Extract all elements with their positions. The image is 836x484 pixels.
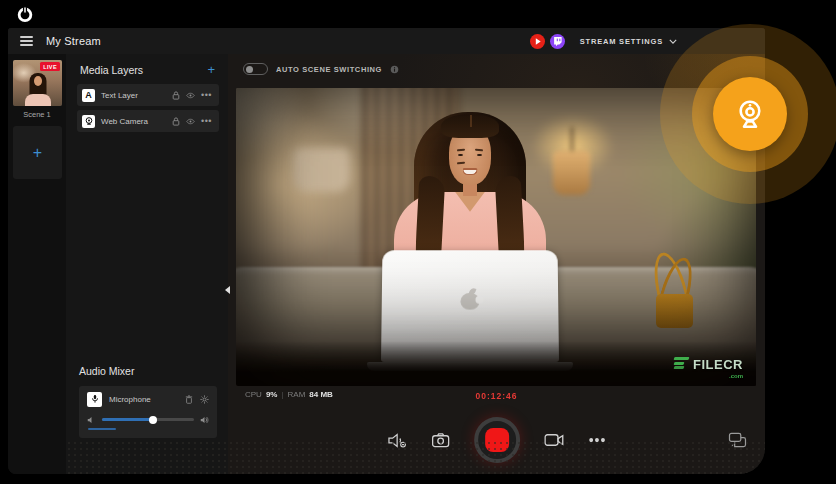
microphone-card: Microphone xyxy=(79,386,217,439)
add-scene-button[interactable]: + xyxy=(13,126,62,179)
webcam-highlight-ring-inner xyxy=(692,56,808,172)
app-logo-power-icon xyxy=(15,4,35,24)
mic-volume-slider[interactable] xyxy=(102,418,194,421)
layer-row-web-camera[interactable]: Web Camera ••• xyxy=(77,110,219,132)
lock-icon[interactable] xyxy=(172,117,180,126)
lock-icon[interactable] xyxy=(172,91,180,100)
eye-icon[interactable] xyxy=(186,92,195,99)
apple-logo xyxy=(461,288,480,310)
stream-timer: 00:12:46 xyxy=(245,391,748,401)
add-layer-button[interactable]: + xyxy=(207,65,215,75)
watermark-name: FILECR xyxy=(693,357,743,372)
pendant-lamp xyxy=(553,151,589,196)
volume-low-icon[interactable] xyxy=(87,416,96,424)
scene-label: Scene 1 xyxy=(8,110,66,119)
layer-more-button[interactable]: ••• xyxy=(201,92,212,98)
trash-icon[interactable] xyxy=(185,395,193,404)
youtube-icon[interactable] xyxy=(530,34,545,49)
more-options-button[interactable]: ••• xyxy=(589,436,607,444)
scenes-panel: LIVE Scene 1 + xyxy=(8,54,66,474)
record-stop-button[interactable] xyxy=(474,417,520,463)
mic-volume-knob[interactable] xyxy=(149,416,157,424)
chevron-down-icon xyxy=(669,39,677,44)
chat-icon[interactable] xyxy=(728,432,747,448)
record-core xyxy=(485,428,509,452)
live-badge: LIVE xyxy=(40,62,60,71)
status-bar: CPU 9% | RAM 84 MB 00:12:46 xyxy=(245,390,748,404)
watermark-suffix: .com xyxy=(693,373,743,379)
eye-icon[interactable] xyxy=(186,118,195,125)
twitch-icon[interactable] xyxy=(550,34,565,49)
webcam-icon xyxy=(732,96,768,132)
plus-icon: + xyxy=(33,144,42,162)
webcam-highlight-ring-outer xyxy=(660,24,836,204)
stream-settings-label: STREAM SETTINGS xyxy=(580,37,663,46)
scene-thumbnail[interactable]: LIVE xyxy=(13,60,62,106)
gear-icon[interactable] xyxy=(200,395,209,404)
mic-volume-fill xyxy=(102,418,153,421)
microphone-icon xyxy=(87,392,102,407)
layer-row-text-layer[interactable]: A Text Layer ••• xyxy=(77,84,219,106)
app-header: My Stream STREAM SETTINGS xyxy=(8,28,765,54)
auto-scene-switching-label: AUTO SCENE SWITCHING xyxy=(276,65,382,74)
webcam-button[interactable] xyxy=(713,77,787,151)
speaker-mute-button[interactable] xyxy=(387,432,407,449)
webcam-layer-icon xyxy=(82,115,95,128)
audio-mixer-section: Audio Mixer Microphone xyxy=(66,365,228,439)
screenshot-camera-button[interactable] xyxy=(431,432,450,448)
text-layer-icon: A xyxy=(82,89,95,102)
info-icon[interactable] xyxy=(390,65,399,74)
control-bar: ••• xyxy=(228,408,765,472)
collapse-panel-icon[interactable] xyxy=(221,286,230,294)
layer-label: Web Camera xyxy=(101,117,148,126)
page-title: My Stream xyxy=(46,35,101,47)
menu-icon[interactable] xyxy=(20,34,33,48)
app-window: My Stream STREAM SETTINGS xyxy=(8,28,765,474)
stream-settings-button[interactable]: STREAM SETTINGS xyxy=(580,37,677,46)
handbag xyxy=(652,252,699,332)
microphone-label: Microphone xyxy=(109,395,151,404)
auto-scene-switching-toggle[interactable] xyxy=(243,63,268,75)
media-layers-panel: Media Layers + A Text Layer ••• xyxy=(66,54,228,474)
layer-more-button[interactable]: ••• xyxy=(201,118,212,124)
volume-high-icon[interactable] xyxy=(200,416,209,424)
video-camera-button[interactable] xyxy=(544,433,565,447)
audio-level-meter xyxy=(88,428,116,431)
watermark: FILECR .com xyxy=(674,355,743,379)
app-stage: My Stream STREAM SETTINGS xyxy=(0,0,836,484)
layer-label: Text Layer xyxy=(101,91,138,100)
audio-mixer-title: Audio Mixer xyxy=(79,365,217,377)
filecr-logo-icon xyxy=(674,355,689,371)
lamp-shade xyxy=(293,148,350,193)
media-layers-title: Media Layers xyxy=(80,64,143,76)
